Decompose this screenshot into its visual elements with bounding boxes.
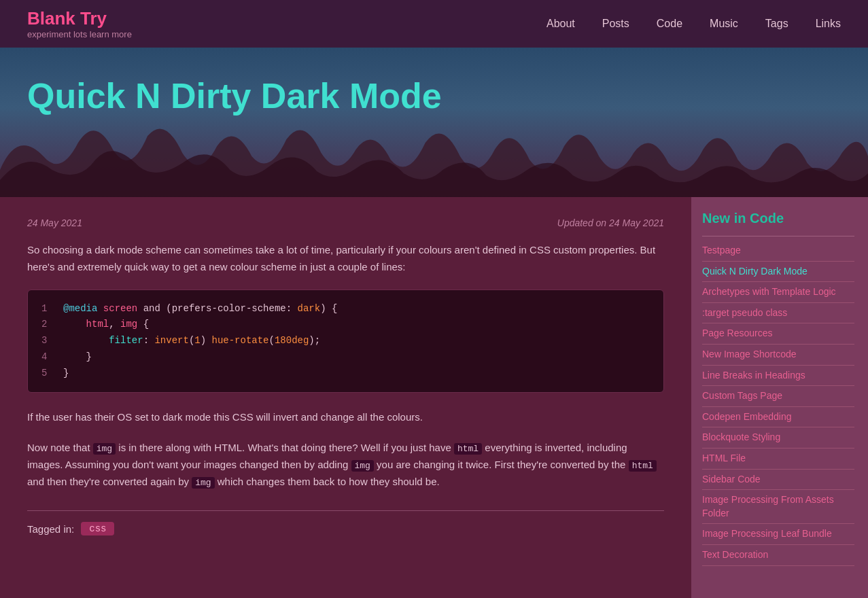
- code-line-5: 5 }: [41, 366, 650, 382]
- code-line-4: 4 }: [41, 349, 650, 366]
- tagged-label: Tagged in:: [27, 523, 74, 535]
- hero-section: Quick N Dirty Dark Mode: [0, 48, 868, 197]
- line-num: 5: [41, 366, 52, 382]
- article-updated: Updated on 24 May 2021: [557, 217, 664, 228]
- sidebar-link-linebreaks[interactable]: Line Breaks in Headings: [702, 366, 854, 387]
- mountain-decoration: [0, 116, 868, 197]
- sidebar-link-testpage[interactable]: Testpage: [702, 241, 854, 262]
- code-line-1: 1 @media screen and (prefers-color-schem…: [41, 301, 650, 317]
- article-title: Quick N Dirty Dark Mode: [27, 75, 841, 117]
- sidebar-link-pageresources[interactable]: Page Resources: [702, 323, 854, 345]
- logo-area: Blank Try experiment lots learn more: [27, 8, 132, 39]
- sidebar-link-blockquote[interactable]: Blockquote Styling: [702, 427, 854, 448]
- sidebar-link-quickndirty[interactable]: Quick N Dirty Dark Mode: [702, 262, 854, 283]
- tag-badge-css[interactable]: css: [81, 522, 114, 535]
- line-num: 4: [41, 349, 52, 366]
- inline-code-img: img: [93, 443, 116, 455]
- sidebar-link-customtags[interactable]: Custom Tags Page: [702, 386, 854, 407]
- inline-code-img3: img: [192, 477, 214, 489]
- nav-tags[interactable]: Tags: [765, 18, 788, 30]
- nav-links[interactable]: Links: [816, 18, 841, 30]
- article-content: 24 May 2021 Updated on 24 May 2021 So ch…: [0, 197, 691, 598]
- tagged-row: Tagged in: css: [27, 522, 664, 535]
- code-content: @media screen and (prefers-color-scheme:…: [63, 301, 337, 317]
- nav-posts[interactable]: Posts: [602, 18, 629, 30]
- sidebar-link-archetypes[interactable]: Archetypes with Template Logic: [702, 282, 854, 303]
- code-content: }: [63, 349, 92, 366]
- site-subtitle: experiment lots learn more: [27, 29, 132, 39]
- nav-music[interactable]: Music: [710, 18, 738, 30]
- sidebar-divider: [702, 236, 854, 236]
- line-num: 2: [41, 317, 52, 333]
- code-line-3: 3 filter: invert(1) hue-rotate(180deg);: [41, 333, 650, 349]
- line-num: 3: [41, 333, 52, 349]
- site-header: Blank Try experiment lots learn more Abo…: [0, 0, 868, 48]
- inline-code-html2: html: [629, 460, 657, 472]
- article-intro: So choosing a dark mode scheme can somet…: [27, 242, 664, 276]
- sidebar-link-textdecoration[interactable]: Text Decoration: [702, 545, 854, 566]
- sidebar-link-htmlfile[interactable]: HTML File: [702, 448, 854, 470]
- code-line-2: 2 html, img {: [41, 317, 650, 333]
- nav-code[interactable]: Code: [657, 18, 682, 30]
- line-num: 1: [41, 301, 52, 317]
- sidebar-link-codepen[interactable]: Codepen Embedding: [702, 407, 854, 428]
- sidebar-title: New in Code: [702, 211, 854, 226]
- sidebar-link-imageprocessingassets[interactable]: Image Processing From Assets Folder: [702, 490, 854, 524]
- article-para1: If the user has their OS set to dark mod…: [27, 409, 664, 426]
- article-date: 24 May 2021: [27, 217, 82, 228]
- code-content: filter: invert(1) hue-rotate(180deg);: [63, 333, 320, 349]
- code-content: }: [63, 366, 69, 382]
- code-content: html, img {: [63, 317, 149, 333]
- site-title[interactable]: Blank Try: [27, 8, 132, 29]
- inline-code-html1: html: [454, 443, 482, 455]
- main-layout: 24 May 2021 Updated on 24 May 2021 So ch…: [0, 197, 868, 598]
- article-para2: Now note that img is in there along with…: [27, 440, 664, 490]
- nav-about[interactable]: About: [546, 18, 575, 30]
- sidebar-link-target[interactable]: :target pseudo class: [702, 303, 854, 324]
- code-block: 1 @media screen and (prefers-color-schem…: [27, 289, 664, 393]
- sidebar: New in Code Testpage Quick N Dirty Dark …: [691, 197, 868, 598]
- sidebar-link-imageprocessingleaf[interactable]: Image Processing Leaf Bundle: [702, 524, 854, 545]
- main-nav: About Posts Code Music Tags Links: [546, 18, 841, 30]
- inline-code-img2: img: [351, 460, 374, 472]
- article-divider: [27, 510, 664, 511]
- sidebar-link-sidebarcode[interactable]: Sidebar Code: [702, 470, 854, 491]
- article-meta: 24 May 2021 Updated on 24 May 2021: [27, 217, 664, 228]
- sidebar-link-imageshortcode[interactable]: New Image Shortcode: [702, 345, 854, 366]
